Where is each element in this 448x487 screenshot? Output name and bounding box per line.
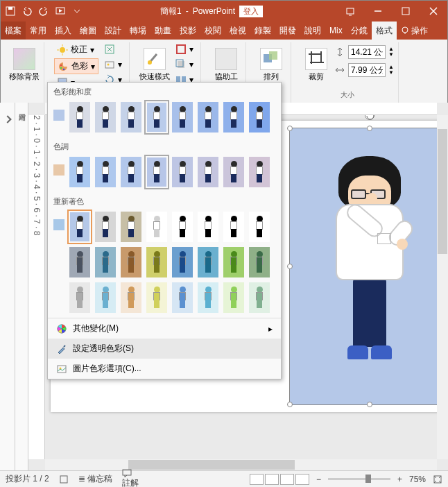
recolor-thumb[interactable]	[93, 245, 118, 280]
tab-mix[interactable]: Mix	[325, 22, 347, 40]
tab-home[interactable]: 常用	[26, 22, 51, 40]
slide-counter[interactable]: 投影片 1 / 2	[6, 473, 49, 485]
color-button[interactable]: 色彩▾	[54, 58, 98, 74]
selected-picture[interactable]	[289, 128, 437, 405]
picture-border-button[interactable]: ▾	[173, 42, 196, 56]
recolor-thumb[interactable]	[221, 245, 246, 280]
zoom-level[interactable]: 75%	[409, 475, 426, 484]
scrollbar-thumb[interactable]	[128, 460, 295, 470]
tab-animations[interactable]: 動畫	[150, 22, 175, 40]
recolor-thumb[interactable]	[170, 280, 195, 315]
tab-help[interactable]: 說明	[300, 22, 325, 40]
sorter-view-button[interactable]	[265, 474, 279, 485]
change-picture-button[interactable]: ▾	[101, 58, 125, 71]
tone-thumb[interactable]	[170, 155, 195, 189]
recolor-thumb[interactable]	[247, 245, 272, 280]
saturation-thumb[interactable]	[67, 100, 92, 135]
tell-me[interactable]: 操作	[397, 22, 432, 40]
comments-button[interactable]: 註解	[122, 469, 139, 487]
corrections-button[interactable]: 校正▾	[54, 42, 98, 57]
spellcheck-icon[interactable]	[59, 475, 69, 484]
rotate-handle[interactable]	[365, 115, 374, 120]
tone-thumb[interactable]	[196, 155, 221, 189]
scrollbar-vertical[interactable]	[437, 115, 448, 459]
recolor-thumb[interactable]	[144, 245, 169, 280]
tone-thumb[interactable]	[221, 155, 246, 189]
zoom-out-button[interactable]: −	[316, 475, 321, 484]
tab-storyboard[interactable]: 分鏡	[347, 22, 372, 40]
tab-format[interactable]: 格式	[372, 22, 397, 40]
recolor-thumb[interactable]	[196, 245, 221, 280]
zoom-slider[interactable]	[328, 478, 390, 480]
tone-thumb[interactable]	[67, 155, 92, 189]
tab-view[interactable]: 檢視	[225, 22, 250, 40]
recolor-thumb[interactable]	[93, 210, 118, 244]
tab-design[interactable]: 設計	[101, 22, 126, 40]
redo-icon[interactable]	[38, 6, 49, 17]
recolor-thumb[interactable]	[144, 210, 169, 244]
tab-slideshow[interactable]: 投影	[175, 22, 200, 40]
reading-view-button[interactable]	[280, 474, 294, 485]
spinner-icon[interactable]: ▲▼	[388, 65, 394, 76]
tab-draw[interactable]: 繪圖	[76, 22, 101, 40]
recolor-thumb[interactable]	[196, 280, 221, 315]
resize-handle-nw[interactable]	[287, 126, 293, 131]
tone-thumb[interactable]	[119, 155, 144, 189]
recolor-thumb[interactable]	[170, 245, 195, 280]
undo-icon[interactable]	[21, 6, 33, 17]
minimize-icon[interactable]	[364, 1, 392, 22]
spinner-icon[interactable]: ▲▼	[388, 46, 394, 58]
color-options-item[interactable]: 圖片色彩選項(C)...	[48, 359, 281, 379]
start-slideshow-icon[interactable]	[55, 6, 66, 17]
saturation-thumb[interactable]	[170, 100, 195, 135]
height-input[interactable]	[348, 45, 386, 59]
recolor-thumb[interactable]	[221, 280, 246, 315]
more-variations-item[interactable]: 其他變化(M) ▸	[48, 318, 281, 339]
width-input[interactable]	[348, 63, 386, 77]
resize-handle-w[interactable]	[287, 264, 293, 269]
saturation-thumb[interactable]	[144, 100, 169, 135]
saturation-thumb[interactable]	[247, 100, 272, 135]
resize-handle-sw[interactable]	[287, 402, 293, 407]
scrollbar-horizontal[interactable]	[45, 459, 437, 470]
recolor-thumb[interactable]	[119, 280, 144, 315]
close-icon[interactable]	[420, 1, 447, 22]
zoom-in-button[interactable]: +	[397, 475, 402, 484]
recolor-thumb[interactable]	[119, 210, 144, 244]
recolor-thumb[interactable]	[93, 280, 118, 315]
saturation-thumb[interactable]	[119, 100, 144, 135]
recolor-thumb[interactable]	[67, 210, 92, 244]
qat-more-icon[interactable]	[71, 6, 83, 17]
accessibility-button[interactable]: 協助工	[211, 42, 241, 87]
thumbnail-panel[interactable]	[0, 103, 15, 470]
maximize-icon[interactable]	[392, 1, 420, 22]
zoom-slider-thumb[interactable]	[365, 475, 371, 483]
recolor-thumb[interactable]	[196, 210, 221, 244]
recolor-thumb[interactable]	[67, 280, 92, 315]
recolor-thumb[interactable]	[119, 245, 144, 280]
arrange-button[interactable]: 排列	[256, 42, 286, 87]
tab-developer[interactable]: 開發	[275, 22, 300, 40]
tab-insert[interactable]: 插入	[51, 22, 76, 40]
recolor-thumb[interactable]	[221, 210, 246, 244]
tone-thumb[interactable]	[144, 155, 169, 189]
tab-file[interactable]: 檔案	[1, 22, 26, 40]
saturation-thumb[interactable]	[196, 100, 221, 135]
signin-button[interactable]: 登入	[239, 6, 263, 17]
recolor-thumb[interactable]	[170, 210, 195, 244]
recolor-thumb[interactable]	[247, 210, 272, 244]
notes-button[interactable]: ≣ 備忘稿	[78, 473, 112, 485]
save-icon[interactable]	[5, 6, 16, 17]
saturation-thumb[interactable]	[221, 100, 246, 135]
scrollbar-thumb[interactable]	[438, 129, 447, 254]
tab-transitions[interactable]: 轉場	[126, 22, 150, 40]
tone-thumb[interactable]	[247, 155, 272, 189]
recolor-thumb[interactable]	[144, 280, 169, 315]
crop-button[interactable]: 裁剪	[301, 42, 331, 87]
normal-view-button[interactable]	[250, 474, 264, 485]
saturation-thumb[interactable]	[93, 100, 118, 135]
tab-review[interactable]: 校閱	[200, 22, 225, 40]
tone-thumb[interactable]	[93, 155, 118, 189]
picture-effects-button[interactable]: ▾	[173, 58, 196, 71]
recolor-thumb[interactable]	[67, 245, 92, 280]
